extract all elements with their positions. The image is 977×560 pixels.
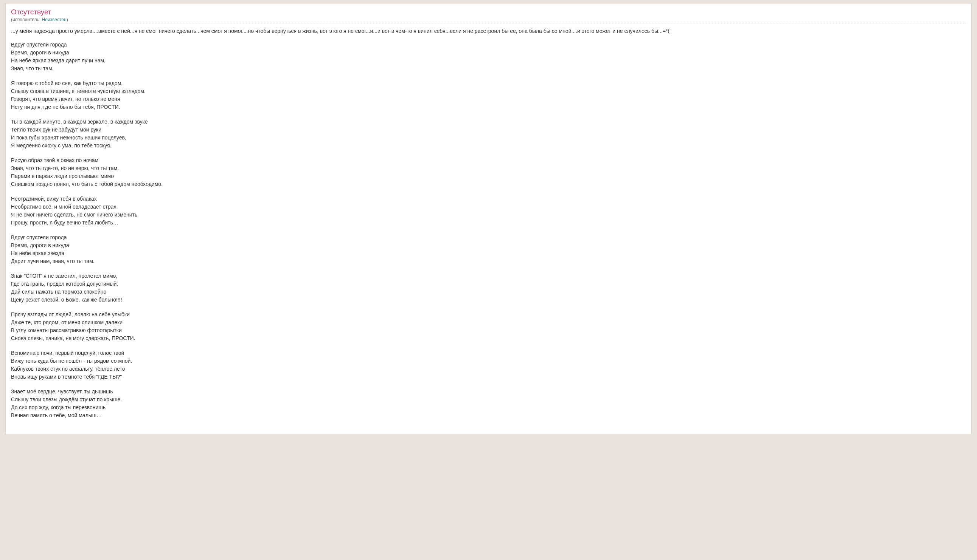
- lyrics-stanza: Вдруг опустели города Время, дороги в ни…: [11, 41, 966, 73]
- lyrics-stanza: Вспоминаю ночи, первый поцелуй, голос тв…: [11, 349, 966, 381]
- performer-row: (исполнитель: Неизвестен): [11, 17, 966, 24]
- lyrics-stanza: Неотразимой, вижу тебя в облаках Необрат…: [11, 195, 966, 227]
- lyrics-stanza: Вдруг опустели города Время, дороги в ни…: [11, 233, 966, 265]
- performer-link[interactable]: Неизвестен: [42, 17, 67, 22]
- content-box: Отсутствует (исполнитель: Неизвестен) ..…: [5, 4, 972, 434]
- lyrics-stanza: Рисую образ твой в окнах по ночам Зная, …: [11, 157, 966, 188]
- lyrics-stanza: Прячу взгляды от людей, ловлю на себе ул…: [11, 311, 966, 342]
- lyrics-stanza: Я говорю с тобой во сне, как будто ты ря…: [11, 79, 966, 111]
- lyrics-stanza: Знак "СТОП" я не заметил, пролетел мимо,…: [11, 272, 966, 304]
- lyrics-stanza: Ты в каждой минуте, в каждом зеркале, в …: [11, 118, 966, 150]
- lyrics-stanza: Знает моё сердце, чувствует, ты дышишь С…: [11, 388, 966, 420]
- intro-text: ...у меня надежда просто умерла....вмест…: [11, 28, 966, 34]
- performer-label-suffix: ): [67, 17, 68, 22]
- lyrics-container: Вдруг опустели города Время, дороги в ни…: [11, 41, 966, 420]
- performer-label-prefix: (исполнитель:: [11, 17, 42, 22]
- page-title: Отсутствует: [11, 8, 966, 16]
